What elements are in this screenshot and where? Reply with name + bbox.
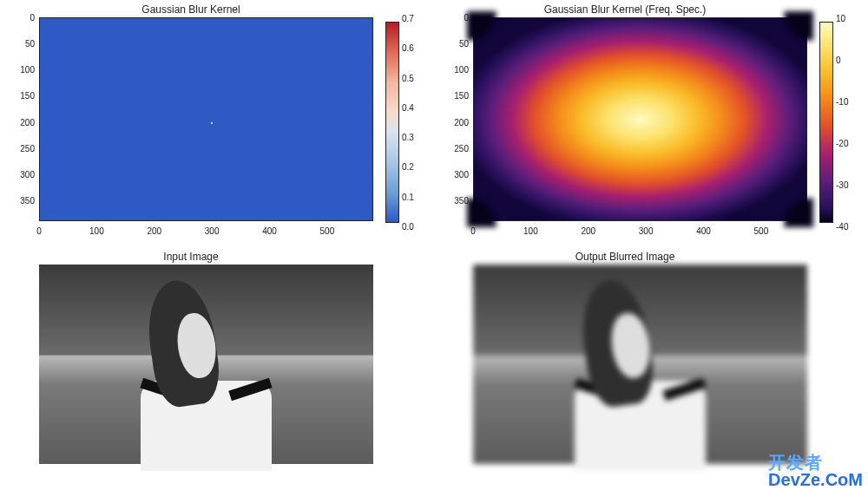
input-image [39,265,373,464]
tick-label: 400 [696,226,711,236]
plot-title: Gaussian Blur Kernel [0,3,382,16]
y-axis: 050100150200250300350 [9,17,35,221]
tick-label: 100 [20,65,35,75]
colorbar-tick: -30 [836,180,848,190]
tick-label: 150 [20,91,35,101]
freq-corner [784,11,813,41]
tick-label: 100 [454,65,469,75]
tick-label: 200 [454,117,469,127]
tick-label: 200 [20,117,35,127]
plot-title: Output Blurred Image [434,251,816,263]
photo-subject [594,280,687,460]
colorbar-tick: 0.7 [402,14,414,23]
colorbar-tick: 0.6 [402,43,414,53]
tick-label: 300 [20,169,35,179]
tick-label: 0 [464,13,469,23]
tick-label: 200 [581,226,595,236]
colorbar-tick: 0.5 [402,73,414,82]
x-axis: 0100200300400500 [473,226,807,238]
tick-label: 0 [36,226,42,236]
colorbar-tick: 0.4 [402,102,414,112]
tick-label: 350 [454,195,469,205]
subplot-grid: Gaussian Blur Kernel 0501001502002503003… [0,0,868,490]
freq-corner [467,11,496,41]
watermark-cn: 开发者 [768,454,863,471]
tick-label: 300 [454,169,469,179]
tick-label: 300 [205,226,220,236]
kernel-peak-dot [211,122,213,124]
colorbar-tick: 10 [836,14,845,23]
colorbar: 100-10-20-30-40 [819,22,833,223]
tick-label: 100 [89,226,104,236]
freq-corner [784,198,813,227]
subplot-freq: Gaussian Blur Kernel (Freq. Spec.) 05010… [434,0,868,247]
colorbar: 0.70.60.50.40.30.20.10.0 [385,22,399,223]
subplot-input-image: Input Image [0,247,434,490]
tick-label: 50 [25,39,35,49]
tick-label: 250 [20,143,35,153]
colorbar-tick: 0 [836,56,841,65]
tick-label: 100 [523,226,538,236]
subplot-kernel: Gaussian Blur Kernel 0501001502002503003… [0,0,434,247]
figure: Gaussian Blur Kernel 0501001502002503003… [0,0,868,490]
tick-label: 50 [459,39,469,49]
plot-title: Input Image [0,251,382,263]
tick-label: 500 [754,226,769,236]
tick-label: 350 [20,195,35,205]
watermark-en: DevZe.CoM [768,471,863,488]
watermark: 开发者 DevZe.CoM [768,454,863,488]
colorbar-ticks: 100-10-20-30-40 [836,18,868,226]
colorbar-tick: -40 [836,222,848,232]
tick-label: 300 [639,226,654,236]
colorbar-tick: 0.2 [402,162,414,172]
tick-label: 250 [454,143,469,153]
colorbar-tick: 0.0 [402,222,414,232]
colorbar-tick: -10 [836,97,848,107]
freq-corner [467,198,496,227]
colorbar-tick: 0.3 [402,133,414,142]
tick-label: 400 [262,226,277,236]
colorbar-tick: -20 [836,139,848,148]
y-axis: 050100150200250300350 [443,17,469,221]
x-axis: 0100200300400500 [39,226,373,238]
tick-label: 0 [30,13,35,23]
photo-subject [160,280,253,460]
colorbar-ticks: 0.70.60.50.40.30.20.10.0 [402,18,437,226]
colorbar-tick: 0.1 [402,192,414,201]
freq-heatmap [473,17,807,221]
tick-label: 200 [147,226,161,236]
kernel-heatmap [39,17,373,221]
tick-label: 500 [320,226,335,236]
tick-label: 0 [470,226,476,236]
output-image [473,265,807,464]
tick-label: 150 [454,91,469,101]
